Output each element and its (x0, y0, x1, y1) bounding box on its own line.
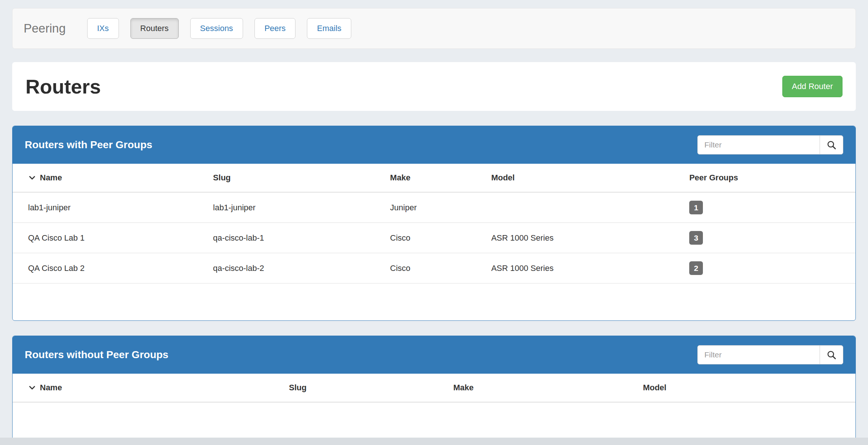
column-header-model[interactable]: Model (485, 164, 683, 192)
peer-groups-badge: 1 (689, 201, 703, 214)
column-header-label: Name (40, 383, 62, 392)
filter-input[interactable] (697, 135, 820, 154)
table-row: QA Cisco Lab 2 qa-cisco-lab-2 Cisco ASR … (13, 253, 855, 283)
cell-make: Cisco (383, 223, 485, 253)
add-router-button[interactable]: Add Router (782, 76, 843, 97)
column-header-name[interactable]: Name (13, 164, 206, 192)
nav-tab-routers[interactable]: Routers (130, 18, 179, 39)
panel-spacer (13, 402, 855, 439)
routers-with-peer-groups-table: Name Slug Make Model Peer Groups lab1-ju… (13, 164, 855, 283)
sort-caret-down-icon (28, 174, 36, 182)
panel-routers-without-peer-groups: Routers without Peer Groups (12, 336, 856, 440)
cell-model: ASR 1000 Series (485, 253, 683, 283)
cell-make: Cisco (383, 253, 485, 283)
column-header-make[interactable]: Make (383, 164, 485, 192)
cell-slug: qa-cisco-lab-2 (206, 253, 383, 283)
cell-name: QA Cisco Lab 2 (13, 253, 206, 283)
cell-peer-groups: 3 (683, 223, 855, 253)
column-header-make[interactable]: Make (447, 374, 636, 402)
nav-tab-emails[interactable]: Emails (307, 18, 351, 39)
page-header: Routers Add Router (12, 62, 856, 111)
page-title: Routers (25, 75, 101, 98)
cell-name: QA Cisco Lab 1 (13, 223, 206, 253)
panel-body: Name Slug Make Model (13, 374, 855, 439)
navbar-buttons: IXs Routers Sessions Peers Emails (87, 18, 352, 39)
cell-slug: qa-cisco-lab-1 (206, 223, 383, 253)
table-header-row: Name Slug Make Model Peer Groups (13, 164, 855, 192)
panel-title: Routers without Peer Groups (25, 349, 168, 361)
navbar-brand[interactable]: Peering (24, 21, 66, 35)
filter-input[interactable] (697, 345, 820, 364)
nav-tab-ixs[interactable]: IXs (87, 18, 119, 39)
search-button[interactable] (820, 135, 843, 154)
nav-tab-sessions[interactable]: Sessions (190, 18, 243, 39)
sort-caret-down-icon (28, 384, 36, 392)
panel-routers-with-peer-groups: Routers with Peer Groups (12, 126, 856, 321)
column-header-model[interactable]: Model (636, 374, 855, 402)
routers-without-peer-groups-table: Name Slug Make Model (13, 374, 855, 402)
panel-heading: Routers without Peer Groups (13, 336, 855, 374)
search-icon (826, 140, 837, 150)
bottom-strip (0, 438, 868, 445)
cell-name: lab1-juniper (13, 192, 206, 223)
table-row: QA Cisco Lab 1 qa-cisco-lab-1 Cisco ASR … (13, 223, 855, 253)
page-container: Peering IXs Routers Sessions Peers Email… (0, 0, 868, 440)
cell-peer-groups: 1 (683, 192, 855, 223)
cell-peer-groups: 2 (683, 253, 855, 283)
column-header-name[interactable]: Name (13, 374, 282, 402)
nav-tab-peers[interactable]: Peers (254, 18, 295, 39)
table-row: lab1-juniper lab1-juniper Juniper 1 (13, 192, 855, 223)
filter-group (697, 135, 843, 154)
panel-body: Name Slug Make Model Peer Groups lab1-ju… (13, 164, 855, 320)
column-header-slug[interactable]: Slug (282, 374, 447, 402)
panel-heading: Routers with Peer Groups (13, 126, 855, 164)
search-icon (826, 350, 837, 360)
table-header-row: Name Slug Make Model (13, 374, 855, 402)
navbar: Peering IXs Routers Sessions Peers Email… (12, 8, 856, 49)
cell-model: ASR 1000 Series (485, 223, 683, 253)
cell-model (485, 192, 683, 223)
column-header-label: Name (40, 173, 62, 182)
column-header-peer-groups[interactable]: Peer Groups (683, 164, 855, 192)
cell-make: Juniper (383, 192, 485, 223)
peer-groups-badge: 2 (689, 261, 703, 275)
cell-slug: lab1-juniper (206, 192, 383, 223)
panel-title: Routers with Peer Groups (25, 139, 152, 151)
panel-spacer (13, 283, 855, 320)
column-header-slug[interactable]: Slug (206, 164, 383, 192)
search-button[interactable] (820, 345, 843, 364)
filter-group (697, 345, 843, 364)
peer-groups-badge: 3 (689, 231, 703, 245)
